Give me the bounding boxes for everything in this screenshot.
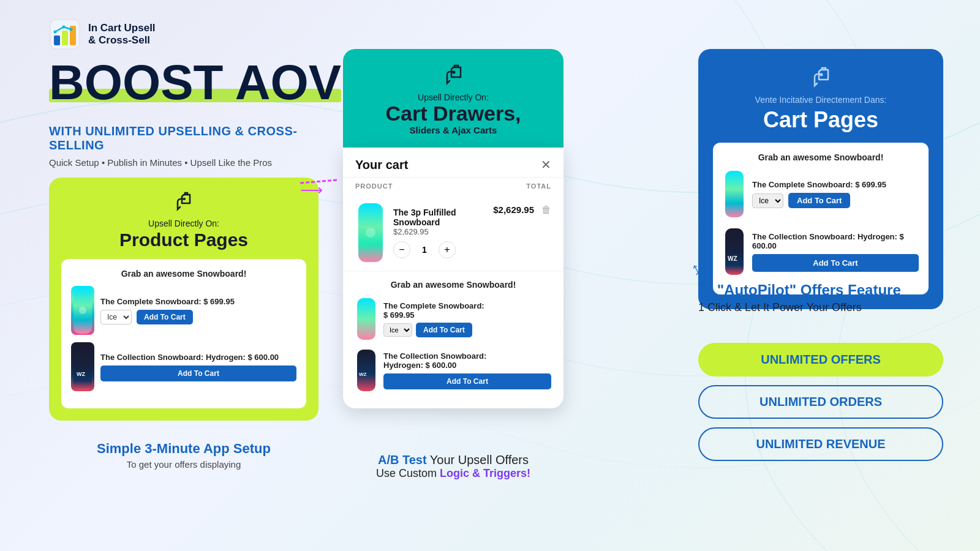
upsell-row-2: WZ The Collection Snowboard: Hydrogen: $… — [355, 348, 551, 392]
logo-icon — [49, 18, 81, 50]
product-pages-title: Product Pages — [61, 230, 306, 250]
unlimited-revenue-pill: UNLIMITED REVENUE — [698, 427, 943, 461]
upsell-product-1-info: The Complete Snowboard: $ 699.95 Ice Add… — [383, 301, 551, 337]
cart-snowboard-img — [355, 202, 386, 263]
svg-text:WZ: WZ — [728, 255, 737, 262]
unlimited-section: UNLIMITED OFFERS UNLIMITED ORDERS UNLIMI… — [698, 343, 943, 461]
upsell-snowboard-1 — [355, 297, 377, 341]
cart-product-price: $2,629.95 — [393, 227, 486, 236]
cart-top-bar: Your cart ✕ — [343, 148, 564, 178]
cart-pages-icon — [713, 64, 929, 92]
cart-drawer-title: Cart Drawers, — [355, 102, 551, 125]
product-pages-label: Upsell Directly On: — [61, 219, 306, 228]
svg-point-12 — [453, 71, 456, 74]
ab-test-bold: A/B Test — [378, 453, 427, 467]
cart-pages-label: Vente Incitative Directement Dans: — [713, 95, 929, 105]
pp-product-row-2: WZ The Collection Snowboard: Hydrogen: $… — [71, 342, 296, 391]
pp-add-btn-2[interactable]: Add To Cart — [100, 365, 296, 381]
svg-point-18 — [820, 73, 823, 77]
svg-text:WZ: WZ — [359, 372, 367, 377]
cart-drawer-label: Upsell Directly On: — [355, 92, 551, 102]
svg-rect-10 — [74, 343, 92, 390]
hero-section: BOOST AOV WITH UNLIMITED UPSELLING & CRO… — [49, 58, 343, 168]
upsell-add-btn-2[interactable]: Add To Cart — [383, 373, 551, 389]
svg-point-4 — [54, 31, 57, 34]
cp-snowboard-2: WZ — [723, 227, 746, 276]
pp-snowboard-2: WZ — [71, 342, 94, 391]
boost-aov-title: BOOST AOV — [49, 58, 341, 107]
cart-upsell-section: Grab an awesome Snowboard! — [343, 271, 564, 408]
pp-add-btn-1[interactable]: Add To Cart — [137, 310, 193, 324]
svg-rect-20 — [725, 228, 744, 275]
simple-setup: Simple 3-Minute App Setup To get your of… — [49, 441, 318, 470]
cp-variant-row-1: Ice Add To Cart — [752, 193, 919, 208]
subtitle-quick: Quick Setup • Publish in Minutes • Upsel… — [49, 157, 343, 168]
ab-test-highlight: Logic & Triggers! — [440, 467, 530, 479]
unlimited-offers-pill: UNLIMITED OFFERS — [698, 343, 943, 377]
cart-drawer-subtitle: Sliders & Ajax Carts — [355, 125, 551, 135]
svg-rect-16 — [357, 350, 375, 391]
svg-point-9 — [79, 307, 86, 314]
svg-rect-15 — [357, 298, 375, 340]
cp-snowboard-1 — [723, 170, 746, 219]
product-pages-icon — [61, 190, 306, 216]
upsell-variant-1[interactable]: Ice — [383, 323, 412, 337]
cp-add-btn-1[interactable]: Add To Cart — [788, 193, 850, 208]
cart-drawer-card: Upsell Directly On: Cart Drawers, Slider… — [343, 49, 564, 408]
cart-product-info: The 3p Fulfilled Snowboard $2,629.95 − 1… — [393, 208, 486, 258]
pp-product-1-info: The Complete Snowboard: $ 699.95 Ice Add… — [100, 297, 296, 324]
svg-point-5 — [62, 26, 66, 29]
logo-area: In Cart Upsell & Cross-Sell — [49, 18, 156, 50]
svg-rect-2 — [62, 31, 68, 45]
autopilot-subtitle: 1 Click & Let It Power Your Offers — [698, 301, 943, 314]
pp-product-2-info: The Collection Snowboard: Hydrogen: $ 60… — [100, 353, 296, 381]
unlimited-orders-pill: UNLIMITED ORDERS — [698, 385, 943, 419]
upsell-row-1: The Complete Snowboard: $ 699.95 Ice Add… — [355, 297, 551, 341]
close-icon[interactable]: ✕ — [541, 157, 551, 172]
autopilot-title: AI "AutoPilot" Offers Feature — [698, 282, 943, 299]
qty-plus-btn[interactable]: + — [439, 241, 456, 258]
cart-title: Your cart — [355, 158, 408, 172]
svg-rect-1 — [54, 36, 60, 45]
pp-variant-select-1[interactable]: Ice — [100, 310, 132, 324]
cp-product-1-info: The Complete Snowboard: $ 699.95 Ice Add… — [752, 180, 919, 208]
product-pages-card: Upsell Directly On: Product Pages Grab a… — [49, 178, 318, 421]
cp-variant-select-1[interactable]: Ice — [752, 193, 783, 208]
pp-snowboard-1 — [71, 286, 94, 335]
cp-inner-title: Grab an awesome Snowboard! — [723, 152, 919, 162]
cart-pages-inner: Grab an awesome Snowboard! Th — [713, 143, 929, 294]
upsell-snowboard-2: WZ — [355, 348, 377, 392]
cart-column-headers: PRODUCT TOTAL — [343, 178, 564, 195]
cp-product-row-2: WZ The Collection Snowboard: Hydrogen: $… — [723, 227, 919, 276]
product-pages-inner: Grab an awesome Snowboard! — [61, 259, 306, 408]
svg-text:WZ: WZ — [77, 371, 85, 377]
pp-product-row-1: The Complete Snowboard: $ 699.95 Ice Add… — [71, 286, 296, 335]
svg-rect-19 — [725, 171, 744, 217]
cart-qty-row: − 1 + — [393, 241, 486, 258]
cart-drawer-header: Upsell Directly On: Cart Drawers, Slider… — [343, 49, 564, 148]
simple-setup-subtitle: To get your offers displaying — [49, 459, 318, 470]
cart-product-total: $2,629.95 — [493, 202, 534, 215]
cp-product-2-info: The Collection Snowboard: Hydrogen: $ 60… — [752, 232, 919, 272]
trash-icon[interactable]: 🗑 — [541, 202, 551, 216]
upsell-product-2-info: The Collection Snowboard: Hydrogen: $ 60… — [383, 351, 551, 389]
ab-test-section: A/B Test Your Upsell Offers Use Custom L… — [343, 453, 564, 480]
pp-inner-title: Grab an awesome Snowboard! — [71, 269, 296, 279]
pp-variant-row-1: Ice Add To Cart — [100, 310, 296, 324]
autopilot-section: AI "AutoPilot" Offers Feature 1 Click & … — [698, 282, 943, 314]
simple-setup-title: Simple 3-Minute App Setup — [49, 441, 318, 457]
cart-product-row: The 3p Fulfilled Snowboard $2,629.95 − 1… — [343, 195, 564, 271]
cp-product-row-1: The Complete Snowboard: $ 699.95 Ice Add… — [723, 170, 919, 219]
cart-drawer-icon — [355, 61, 551, 90]
svg-point-7 — [183, 198, 186, 200]
subtitle-upsell: WITH UNLIMITED UPSELLING & CROSS-SELLING — [49, 124, 343, 152]
cart-product-name: The 3p Fulfilled Snowboard — [393, 208, 486, 227]
qty-minus-btn[interactable]: − — [393, 241, 410, 258]
cart-drawer-body: Your cart ✕ PRODUCT TOTAL — [343, 148, 564, 408]
ab-test-line1: A/B Test Your Upsell Offers — [343, 453, 564, 467]
cp-add-btn-2[interactable]: Add To Cart — [752, 254, 919, 272]
cart-pages-title: Cart Pages — [713, 107, 929, 133]
cart-pages-card: Vente Incitative Directement Dans: Cart … — [698, 49, 943, 309]
logo-text: In Cart Upsell & Cross-Sell — [88, 22, 156, 47]
upsell-add-btn-1[interactable]: Add To Cart — [416, 323, 472, 337]
